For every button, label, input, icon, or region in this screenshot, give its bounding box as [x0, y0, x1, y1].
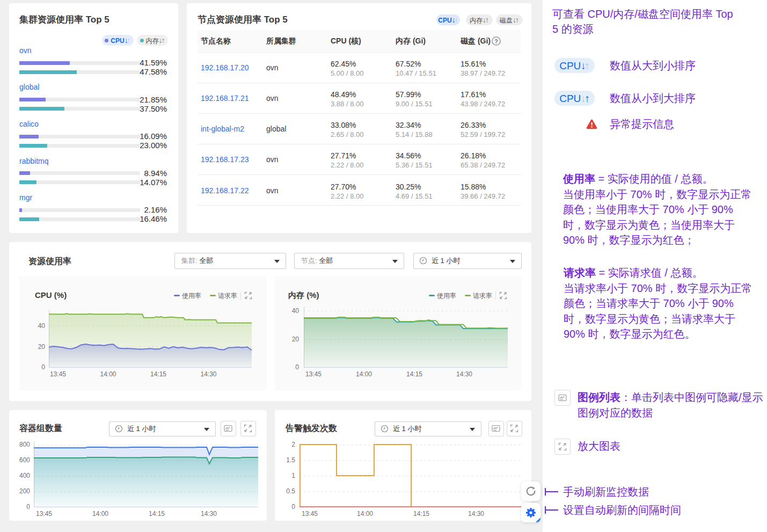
svg-text:?: ? [494, 38, 498, 45]
